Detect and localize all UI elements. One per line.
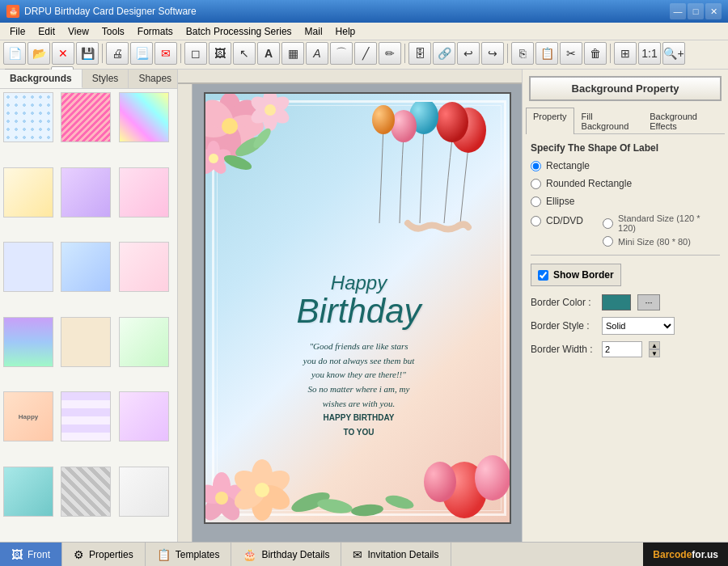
toolbar-db1[interactable]: 🗄 — [408, 42, 431, 65]
toolbar-open[interactable]: 📂 — [28, 42, 50, 65]
thumbnail-17[interactable] — [61, 467, 111, 517]
toolbar-mail[interactable]: ✉ — [154, 42, 177, 65]
status-bar: 🖼 Front ⚙ Properties 📋 Templates 🎂 Birth… — [0, 542, 728, 566]
toolbar-grid[interactable]: ⊞ — [614, 42, 637, 65]
radio-ellipse[interactable]: Ellipse — [531, 196, 720, 207]
thumbnail-13[interactable]: Happy — [3, 391, 53, 441]
thumbnail-9[interactable] — [119, 242, 169, 292]
toolbar-barcode[interactable]: ▦ — [281, 42, 304, 65]
card-background: Happy Birthday "Good friends are like st… — [205, 94, 511, 522]
thumbnail-16[interactable] — [3, 467, 53, 517]
thumbnail-8[interactable] — [61, 242, 111, 292]
radio-rounded-input[interactable] — [531, 179, 541, 189]
radio-ellipse-input[interactable] — [531, 196, 541, 207]
border-color-swatch[interactable] — [602, 294, 631, 310]
tab-shapes[interactable]: Shapes — [129, 70, 182, 88]
toolbar-print2[interactable]: 📃 — [130, 42, 153, 65]
status-tab-properties[interactable]: ⚙ Properties — [62, 543, 146, 567]
radio-rectangle-input[interactable] — [531, 161, 541, 171]
templates-label: Templates — [176, 549, 220, 560]
toolbar-cut[interactable]: ✂ — [560, 42, 582, 65]
radio-mini-label: Mini Size (80 * 80) — [618, 237, 691, 247]
thumbnail-18[interactable] — [119, 467, 169, 517]
thumbnail-6[interactable] — [119, 167, 169, 218]
separator-5 — [610, 44, 611, 63]
panel-tabs: Backgrounds Styles Shapes — [0, 70, 177, 89]
toolbar-line[interactable]: ╱ — [354, 42, 377, 65]
radio-standard-label: Standard Size (120 * 120) — [618, 213, 720, 233]
radio-mini-input[interactable] — [603, 236, 613, 247]
menu-help[interactable]: Help — [329, 24, 362, 39]
radio-cddvd-input[interactable] — [531, 216, 541, 226]
tab-fill-bg[interactable]: Fill Background — [574, 108, 643, 134]
menu-tools[interactable]: Tools — [95, 24, 131, 39]
tab-styles[interactable]: Styles — [83, 70, 129, 88]
show-border-checkbox[interactable] — [538, 270, 548, 281]
toolbar-cursor[interactable]: ↖ — [233, 42, 256, 65]
radio-mini[interactable]: Mini Size (80 * 80) — [603, 236, 720, 247]
toolbar-print[interactable]: 🖨 — [106, 42, 129, 65]
menu-formats[interactable]: Formats — [131, 24, 180, 39]
thumbnail-14[interactable] — [61, 391, 111, 441]
toolbar-undo[interactable]: ↩ — [457, 42, 480, 65]
menu-edit[interactable]: Edit — [32, 24, 61, 39]
minimize-button[interactable]: — — [670, 3, 686, 19]
toolbar-zoomin[interactable]: 🔍+ — [662, 42, 685, 65]
thumbnail-15[interactable] — [119, 391, 169, 441]
spinner-up[interactable]: ▲ — [649, 341, 660, 349]
thumbnail-11[interactable] — [61, 317, 111, 367]
toolbar-copy[interactable]: ⎘ — [511, 42, 534, 65]
status-tab-templates[interactable]: 📋 Templates — [146, 543, 232, 567]
thumbnail-12[interactable] — [119, 317, 169, 367]
front-icon: 🖼 — [11, 548, 23, 561]
radio-cddvd[interactable]: CD/DVD — [531, 215, 583, 226]
toolbar-redo[interactable]: ↪ — [481, 42, 504, 65]
border-color-picker-btn[interactable]: ··· — [637, 294, 660, 310]
radio-standard[interactable]: Standard Size (120 * 120) — [603, 213, 720, 233]
menu-mail[interactable]: Mail — [298, 24, 329, 39]
radio-rectangle[interactable]: Rectangle — [531, 160, 720, 171]
toolbar-paste[interactable]: 📋 — [535, 42, 558, 65]
menu-view[interactable]: View — [61, 24, 95, 39]
toolbar-arc[interactable]: ⌒ — [330, 42, 353, 65]
toolbar-delete[interactable]: 🗑 — [584, 42, 607, 65]
close-button[interactable]: ✕ — [705, 3, 722, 19]
canvas-area[interactable]: Happy Birthday "Good friends are like st… — [178, 70, 522, 542]
toolbar-db2[interactable]: 🔗 — [433, 42, 455, 65]
thumbnail-10[interactable] — [3, 317, 53, 367]
invitation-icon: ✉ — [353, 548, 362, 561]
spinner-down[interactable]: ▼ — [649, 349, 660, 357]
border-width-input[interactable] — [602, 341, 642, 357]
radio-standard-input[interactable] — [603, 218, 613, 229]
thumbnail-4[interactable] — [3, 167, 53, 218]
thumbnail-7[interactable] — [3, 242, 53, 292]
status-tab-invitation[interactable]: ✉ Invitation Details — [341, 543, 451, 567]
toolbar-11[interactable]: 1:1 — [638, 42, 661, 65]
toolbar-shape[interactable]: ◻ — [184, 42, 207, 65]
toolbar-image[interactable]: 🖼 — [209, 42, 231, 65]
toolbar-text[interactable]: A — [257, 42, 280, 65]
radio-rounded[interactable]: Rounded Rectangle — [531, 178, 720, 189]
tab-backgrounds[interactable]: Backgrounds — [0, 70, 83, 88]
menu-bar: File Edit View Tools Formats Batch Proce… — [0, 23, 728, 40]
radio-cddvd-label: CD/DVD — [546, 215, 583, 226]
border-style-select[interactable]: Solid Dashed Dotted — [602, 317, 675, 335]
tab-bg-effects[interactable]: Background Effects — [642, 108, 725, 134]
thumbnail-3[interactable] — [119, 92, 169, 142]
toolbar-close[interactable]: ✕ — [52, 42, 74, 65]
menu-file[interactable]: File — [3, 24, 32, 39]
svg-point-10 — [222, 118, 238, 134]
thumbnail-2[interactable] — [61, 92, 111, 142]
tab-property[interactable]: Property — [526, 108, 574, 134]
status-tab-birthday[interactable]: 🎂 Birthday Details — [231, 543, 341, 567]
toolbar-pencil[interactable]: ✏ — [379, 42, 401, 65]
maximize-button[interactable]: □ — [688, 3, 704, 19]
menu-batch[interactable]: Batch Processing Series — [180, 24, 298, 39]
status-tab-front[interactable]: 🖼 Front — [0, 543, 62, 567]
toolbar-symbol[interactable]: A — [306, 42, 328, 65]
thumbnail-5[interactable] — [61, 167, 111, 218]
toolbar-new[interactable]: 📄 — [3, 42, 26, 65]
shape-radio-group: Rectangle Rounded Rectangle Ellipse CD/D… — [531, 160, 720, 247]
thumbnail-1[interactable] — [3, 92, 53, 142]
toolbar-save[interactable]: 💾 — [76, 42, 99, 65]
